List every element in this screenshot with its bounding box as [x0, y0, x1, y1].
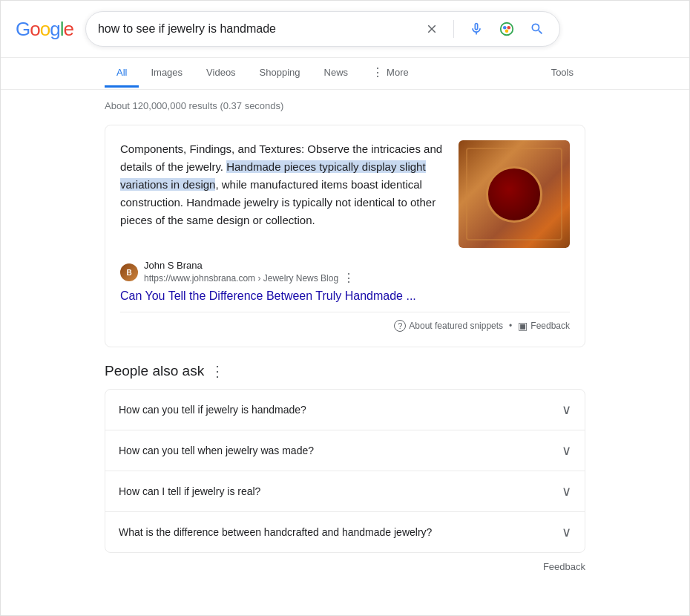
- chevron-down-icon-0: ∨: [562, 402, 571, 418]
- question-mark-icon: ?: [394, 320, 406, 332]
- microphone-icon: [469, 22, 484, 36]
- search-icons: [422, 18, 548, 40]
- chevron-down-icon-1: ∨: [562, 442, 571, 459]
- search-divider: [453, 20, 454, 38]
- paa-question-0: How can you tell if jewelry is handmade?…: [105, 390, 585, 430]
- source-name: John S Brana: [144, 260, 355, 271]
- about-snippets-label: About featured snippets: [409, 321, 503, 331]
- snippet-text: Components, Findings, and Textures: Obse…: [120, 140, 444, 248]
- featured-snippet: Components, Findings, and Textures: Obse…: [105, 125, 585, 347]
- paa-header: People also ask ⋮: [105, 362, 585, 380]
- paa-item-1[interactable]: How can you tell when jewelry was made? …: [105, 430, 585, 471]
- source-url-row: https://www.johnsbrana.com › Jewelry New…: [144, 271, 355, 285]
- people-also-ask-section: People also ask ⋮ How can you tell if je…: [105, 362, 585, 575]
- paa-title: People also ask: [105, 363, 204, 379]
- paa-question-text-0: How can you tell if jewelry is handmade?: [119, 404, 306, 416]
- svg-point-2: [507, 26, 510, 30]
- tab-news[interactable]: News: [312, 59, 361, 88]
- tab-more[interactable]: ⋮ More: [360, 58, 421, 89]
- lens-icon: [499, 21, 515, 37]
- clear-button[interactable]: [422, 19, 441, 39]
- source-favicon: B: [120, 263, 138, 281]
- source-row: B John S Brana https://www.johnsbrana.co…: [120, 260, 570, 285]
- close-icon: [425, 22, 438, 36]
- nav-tools: Tools: [539, 59, 585, 88]
- tools-button[interactable]: Tools: [539, 59, 585, 88]
- paa-list: How can you tell if jewelry is handmade?…: [105, 389, 585, 553]
- search-input[interactable]: how to see if jewelry is handmade: [98, 22, 422, 36]
- main-content: About 120,000,000 results (0.37 seconds)…: [1, 90, 689, 590]
- dot-separator: •: [509, 321, 512, 331]
- header: Google how to see if jewelry is handmade: [1, 1, 689, 58]
- bottom-feedback[interactable]: Feedback: [105, 552, 585, 575]
- chevron-down-icon-3: ∨: [562, 524, 571, 540]
- paa-question-2: How can I tell if jewelry is real? ∨: [105, 471, 585, 511]
- source-url: https://www.johnsbrana.com › Jewelry New…: [144, 273, 338, 284]
- image-search-button[interactable]: [496, 18, 518, 40]
- google-logo: Google: [16, 18, 73, 41]
- feedback-icon: ▣: [518, 320, 528, 332]
- voice-search-button[interactable]: [466, 19, 487, 39]
- paa-question-3: What is the difference between handcraft…: [105, 512, 585, 552]
- nav-tabs: All Images Videos Shopping News ⋮ More T…: [1, 58, 689, 90]
- search-button[interactable]: [527, 19, 548, 39]
- paa-question-text-2: How can I tell if jewelry is real?: [119, 485, 260, 497]
- snippet-link[interactable]: Can You Tell the Difference Between Trul…: [120, 289, 570, 303]
- svg-point-1: [503, 26, 507, 30]
- tab-shopping[interactable]: Shopping: [248, 59, 312, 88]
- about-snippets-button[interactable]: ? About featured snippets: [394, 320, 503, 332]
- snippet-footer: ? About featured snippets • ▣ Feedback: [120, 312, 570, 332]
- search-bar: how to see if jewelry is handmade: [85, 11, 560, 47]
- svg-point-0: [501, 23, 513, 36]
- chevron-down-icon-2: ∨: [562, 483, 571, 499]
- source-info: John S Brana https://www.johnsbrana.com …: [144, 260, 355, 285]
- tab-videos[interactable]: Videos: [194, 59, 248, 88]
- paa-menu-icon[interactable]: ⋮: [210, 362, 225, 380]
- more-dots-icon: ⋮: [372, 65, 384, 79]
- paa-item-2[interactable]: How can I tell if jewelry is real? ∨: [105, 471, 585, 512]
- paa-question-text-3: What is the difference between handcraft…: [119, 526, 432, 538]
- snippet-image: [459, 140, 570, 248]
- paa-question-1: How can you tell when jewelry was made? …: [105, 430, 585, 471]
- tab-all[interactable]: All: [105, 59, 139, 88]
- paa-item-3[interactable]: What is the difference between handcraft…: [105, 511, 585, 553]
- tab-images[interactable]: Images: [139, 59, 194, 88]
- svg-point-3: [505, 29, 509, 33]
- paa-question-text-1: How can you tell when jewelry was made?: [119, 445, 314, 456]
- feedback-label: Feedback: [530, 321, 570, 331]
- snippet-body: Components, Findings, and Textures: Obse…: [120, 140, 570, 248]
- bottom-feedback-label: Feedback: [543, 561, 585, 572]
- results-count: About 120,000,000 results (0.37 seconds): [105, 100, 585, 111]
- source-menu-icon[interactable]: ⋮: [343, 271, 355, 285]
- search-icon: [530, 22, 545, 36]
- feedback-button[interactable]: ▣ Feedback: [518, 320, 570, 332]
- paa-item-0[interactable]: How can you tell if jewelry is handmade?…: [105, 389, 585, 430]
